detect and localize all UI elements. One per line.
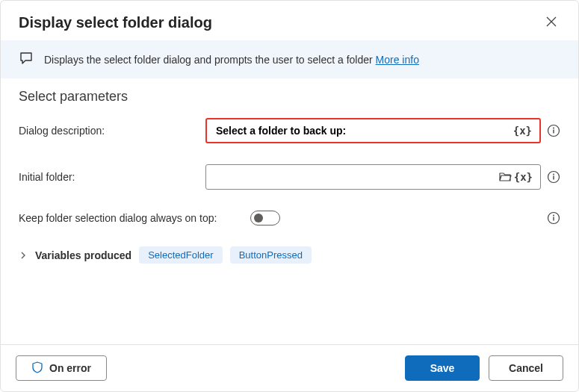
on-error-button[interactable]: On error bbox=[16, 355, 107, 381]
folder-browse-icon[interactable] bbox=[498, 171, 514, 183]
field-initial-folder: Initial folder: {x} bbox=[19, 164, 560, 190]
variable-picker-icon[interactable]: {x} bbox=[514, 171, 533, 183]
variable-picker-icon[interactable]: {x} bbox=[513, 125, 532, 137]
initial-folder-input-wrapper: {x} bbox=[205, 164, 541, 190]
svg-rect-5 bbox=[553, 176, 554, 180]
dialog-title: Display select folder dialog bbox=[19, 14, 212, 31]
svg-point-7 bbox=[553, 215, 554, 217]
shield-icon bbox=[31, 361, 43, 376]
info-icon[interactable] bbox=[547, 124, 560, 137]
dialog-header: Display select folder dialog bbox=[1, 1, 578, 40]
close-icon bbox=[545, 19, 557, 30]
initial-folder-input[interactable] bbox=[214, 170, 498, 184]
variables-produced-row: Variables produced SelectedFolder Button… bbox=[19, 246, 560, 264]
keep-on-top-label: Keep folder selection dialog always on t… bbox=[19, 211, 250, 225]
variables-produced-label: Variables produced bbox=[35, 249, 131, 261]
on-error-label: On error bbox=[49, 362, 91, 374]
dialog-description-input-wrapper: {x} bbox=[205, 118, 541, 143]
save-button[interactable]: Save bbox=[405, 355, 480, 381]
save-label: Save bbox=[430, 362, 455, 374]
dialog-footer: On error Save Cancel bbox=[1, 344, 578, 391]
footer-right: Save Cancel bbox=[405, 355, 563, 381]
initial-folder-label: Initial folder: bbox=[19, 170, 205, 184]
info-icon[interactable] bbox=[547, 211, 560, 225]
close-button[interactable] bbox=[542, 13, 560, 33]
variable-chip-selected-folder[interactable]: SelectedFolder bbox=[139, 246, 222, 264]
svg-rect-2 bbox=[553, 130, 554, 134]
svg-point-4 bbox=[553, 174, 554, 175]
svg-rect-8 bbox=[553, 217, 554, 221]
info-text: Displays the select folder dialog and pr… bbox=[44, 54, 419, 66]
cancel-label: Cancel bbox=[509, 362, 543, 374]
info-icon[interactable] bbox=[547, 170, 560, 184]
info-bar: Displays the select folder dialog and pr… bbox=[1, 40, 578, 78]
section-title: Select parameters bbox=[19, 89, 560, 105]
svg-point-1 bbox=[553, 128, 554, 129]
info-description: Displays the select folder dialog and pr… bbox=[44, 54, 373, 66]
toggle-knob bbox=[254, 214, 263, 223]
field-keep-on-top: Keep folder selection dialog always on t… bbox=[19, 211, 560, 225]
dialog-container: Display select folder dialog Displays th… bbox=[0, 0, 579, 392]
field-dialog-description: Dialog description: {x} bbox=[19, 118, 560, 143]
more-info-link[interactable]: More info bbox=[376, 54, 419, 66]
cancel-button[interactable]: Cancel bbox=[489, 355, 563, 381]
variable-chip-button-pressed[interactable]: ButtonPressed bbox=[230, 246, 312, 264]
content-area: Select parameters Dialog description: {x… bbox=[1, 78, 578, 344]
chevron-right-icon[interactable] bbox=[19, 251, 28, 260]
keep-on-top-toggle[interactable] bbox=[250, 211, 280, 225]
dialog-description-input[interactable] bbox=[214, 124, 513, 137]
dialog-description-label: Dialog description: bbox=[19, 124, 205, 137]
speech-bubble-icon bbox=[19, 51, 34, 68]
